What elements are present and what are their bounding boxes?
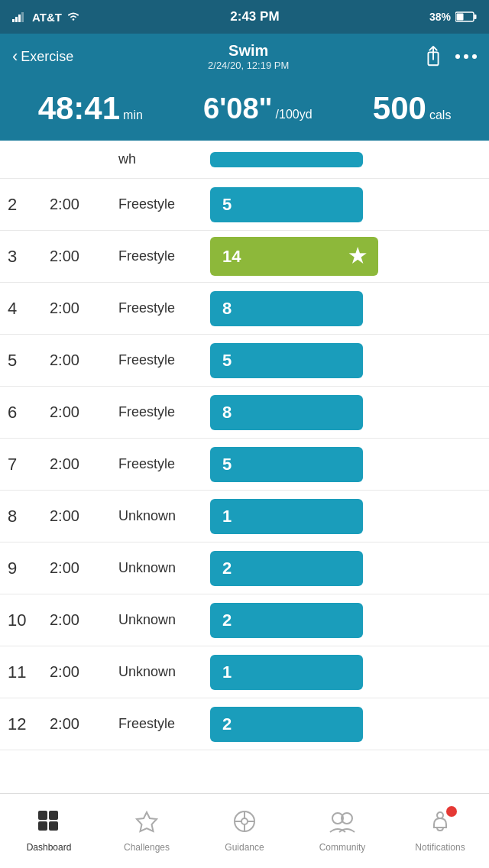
laps-badge: 1: [210, 499, 363, 534]
carrier-label: AT&T: [32, 11, 62, 24]
stat-pace: 6'08" /100yd: [203, 92, 313, 125]
stat-calories: 500 cals: [373, 90, 452, 127]
row-num: 10: [8, 611, 50, 630]
battery-icon: [455, 11, 477, 22]
stats-row: 48:41 min 6'08" /100yd 500 cals: [0, 79, 489, 141]
laps-badge: 1: [210, 655, 363, 690]
row-num: 7: [8, 455, 50, 474]
nav-item-challenges[interactable]: Challenges: [101, 809, 193, 853]
nav-label-guidance: Guidance: [225, 842, 264, 853]
laps-badge: 2: [210, 551, 363, 586]
carrier-signal: AT&T: [12, 11, 80, 24]
calories-value: 500: [373, 90, 426, 127]
row-badge: 2: [210, 707, 481, 742]
svg-rect-1: [15, 17, 18, 22]
more-button[interactable]: [455, 54, 477, 59]
row-badge: 8: [210, 291, 481, 326]
duration-value: 48:41: [38, 90, 120, 127]
row-num: 4: [8, 299, 50, 319]
svg-rect-9: [49, 811, 58, 820]
laps-badge: 2: [210, 707, 363, 742]
row-num: 3: [8, 247, 50, 267]
laps-badge: 2: [210, 603, 363, 638]
stat-duration: 48:41 min: [38, 90, 143, 127]
table-row-partial: wh: [0, 141, 489, 179]
guidance-icon: [232, 809, 257, 839]
row-num: 8: [8, 507, 50, 526]
row-badge: 1: [210, 499, 481, 534]
row-num: 9: [8, 559, 50, 578]
svg-point-21: [437, 812, 443, 818]
row-num: 2: [8, 195, 50, 215]
row-badge: 14 ★: [210, 237, 481, 276]
nav-item-guidance[interactable]: Guidance: [199, 809, 290, 853]
signal-icon: [12, 11, 28, 22]
row-num: 5: [8, 351, 50, 371]
row-time: 2:00: [50, 455, 118, 473]
table-row: 10 2:00 Unknown 2: [0, 594, 489, 646]
row-time: 2:00: [50, 715, 118, 733]
laps-badge: 8: [210, 395, 363, 430]
table-row: 4 2:00 Freestyle 8: [0, 283, 489, 335]
star-icon: ★: [348, 245, 366, 268]
row-num: 6: [8, 403, 50, 423]
row-time: 2:00: [50, 559, 118, 577]
row-stroke: Freestyle: [118, 196, 210, 213]
row-badge: 5: [210, 447, 481, 482]
row-stroke: Freestyle: [118, 300, 210, 317]
nav-item-community[interactable]: Community: [296, 809, 388, 853]
notification-dot: [446, 806, 457, 817]
svg-rect-11: [49, 821, 58, 831]
table-row: 12 2:00 Freestyle 2: [0, 698, 489, 750]
row-time: 2:00: [50, 507, 118, 525]
svg-rect-2: [18, 15, 21, 22]
laps-badge-highlight: 14 ★: [210, 237, 378, 276]
row-time: 2:00: [50, 351, 118, 369]
table-row: 5 2:00 Freestyle 5: [0, 335, 489, 387]
status-bar: AT&T 2:43 PM 38%: [0, 0, 489, 34]
svg-rect-0: [12, 19, 15, 22]
calories-unit: cals: [429, 108, 451, 122]
laps-badge: 8: [210, 291, 363, 326]
status-time: 2:43 PM: [230, 9, 279, 24]
table-row: 2 2:00 Freestyle 5: [0, 179, 489, 231]
row-stroke: Unknown: [118, 559, 210, 577]
battery-info: 38%: [429, 11, 477, 23]
pace-unit: /100yd: [276, 108, 313, 121]
row-time: 2:00: [50, 196, 118, 213]
row-stroke: Unknown: [118, 507, 210, 525]
swim-details-scroll[interactable]: wh 2 2:00 Freestyle 5 3 2:00 Freestyle 1…: [0, 141, 489, 795]
share-icon[interactable]: [423, 45, 443, 68]
back-label: Exercise: [21, 49, 73, 65]
wifi-icon: [66, 11, 80, 22]
svg-point-14: [241, 818, 248, 824]
row-stroke: Unknown: [118, 611, 210, 629]
svg-rect-5: [474, 15, 476, 19]
table-row: 9 2:00 Unknown 2: [0, 542, 489, 594]
row-badge: 2: [210, 603, 481, 638]
workout-title: Swim: [208, 42, 289, 60]
row-stroke: Unknown: [118, 663, 210, 681]
pace-value: 6'08": [203, 92, 272, 125]
row-stroke: Freestyle: [118, 351, 210, 369]
laps-badge: 5: [210, 187, 363, 222]
laps-badge: 5: [210, 447, 363, 482]
nav-item-dashboard[interactable]: Dashboard: [3, 809, 95, 853]
community-icon: [329, 809, 356, 839]
nav-label-challenges: Challenges: [124, 842, 170, 853]
svg-rect-6: [456, 14, 463, 21]
row-time: 2:00: [50, 403, 118, 421]
row-badge: 5: [210, 343, 481, 378]
nav-label-dashboard: Dashboard: [27, 842, 72, 853]
row-stroke: Freestyle: [118, 248, 210, 265]
nav-label-notifications: Notifications: [415, 842, 465, 853]
back-button[interactable]: ‹ Exercise: [12, 47, 73, 66]
svg-marker-12: [137, 812, 157, 831]
battery-percent: 38%: [429, 11, 451, 23]
table-row: 6 2:00 Freestyle 8: [0, 387, 489, 439]
duration-unit: min: [123, 108, 143, 122]
row-badge: [210, 152, 481, 167]
row-time: 2:00: [50, 248, 118, 265]
laps-badge: 5: [210, 343, 363, 378]
nav-item-notifications[interactable]: Notifications: [394, 809, 486, 853]
